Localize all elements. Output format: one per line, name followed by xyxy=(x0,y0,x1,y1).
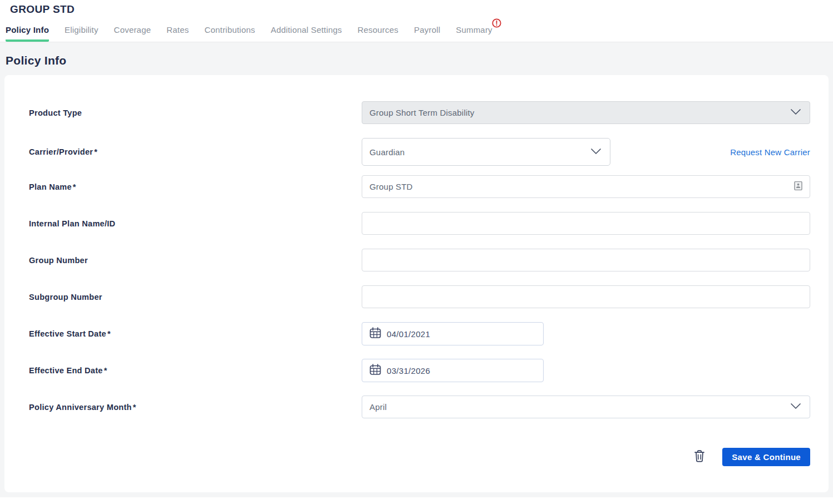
product-type-select: Group Short Term Disability xyxy=(362,101,810,124)
tab-additional-settings[interactable]: Additional Settings xyxy=(270,25,342,42)
carrier-row: Carrier/Provider* Guardian Request New C… xyxy=(29,138,810,166)
page-header: GROUP STD Policy Info Eligibility Covera… xyxy=(0,0,833,42)
plan-name-label: Plan Name* xyxy=(29,182,362,191)
content-area: Policy Info Product Type Group Short Ter… xyxy=(0,42,833,497)
tab-eligibility[interactable]: Eligibility xyxy=(65,25,98,42)
internal-plan-label: Internal Plan Name/ID xyxy=(29,219,362,228)
trash-icon xyxy=(694,450,705,465)
delete-button[interactable] xyxy=(694,450,705,465)
carrier-label: Carrier/Provider* xyxy=(29,147,362,156)
tab-policy-info[interactable]: Policy Info xyxy=(6,25,49,42)
tab-contributions[interactable]: Contributions xyxy=(204,25,255,42)
subgroup-number-label: Subgroup Number xyxy=(29,293,362,302)
plan-name-input[interactable] xyxy=(362,175,810,198)
anniversary-month-row: Policy Anniversary Month* April xyxy=(29,396,810,418)
alert-circle-icon xyxy=(492,18,501,28)
end-date-input[interactable]: 03/31/2026 xyxy=(362,359,544,382)
carrier-select[interactable]: Guardian xyxy=(362,138,610,166)
request-new-carrier-link[interactable]: Request New Carrier xyxy=(730,147,810,157)
tab-summary[interactable]: Summary xyxy=(456,25,492,42)
anniversary-month-select[interactable]: April xyxy=(362,396,810,418)
policy-info-card: Product Type Group Short Term Disability… xyxy=(4,75,829,492)
tab-rates[interactable]: Rates xyxy=(166,25,189,42)
subgroup-number-input[interactable] xyxy=(362,285,810,308)
card-footer: Save & Continue xyxy=(29,448,810,466)
chevron-down-icon xyxy=(790,402,802,412)
tab-coverage[interactable]: Coverage xyxy=(114,25,151,42)
autofill-contact-icon xyxy=(794,181,802,192)
save-continue-button[interactable]: Save & Continue xyxy=(722,448,810,466)
tab-bar: Policy Info Eligibility Coverage Rates C… xyxy=(0,25,833,42)
start-date-label: Effective Start Date* xyxy=(29,329,362,338)
calendar-icon xyxy=(369,327,382,341)
end-date-label: Effective End Date* xyxy=(29,366,362,375)
internal-plan-row: Internal Plan Name/ID xyxy=(29,212,810,235)
plan-name-row: Plan Name* xyxy=(29,175,810,198)
tab-resources[interactable]: Resources xyxy=(357,25,398,42)
page-title: GROUP STD xyxy=(0,3,833,16)
group-number-row: Group Number xyxy=(29,249,810,271)
internal-plan-input[interactable] xyxy=(362,212,810,235)
chevron-down-icon xyxy=(790,108,802,117)
chevron-down-icon xyxy=(590,147,602,157)
subgroup-number-row: Subgroup Number xyxy=(29,285,810,308)
group-number-label: Group Number xyxy=(29,256,362,265)
start-date-row: Effective Start Date* xyxy=(29,322,810,345)
anniversary-month-label: Policy Anniversary Month* xyxy=(29,403,362,412)
calendar-icon xyxy=(369,363,382,378)
group-number-input[interactable] xyxy=(362,249,810,271)
tab-payroll[interactable]: Payroll xyxy=(414,25,440,42)
start-date-input[interactable]: 04/01/2021 xyxy=(362,322,544,345)
section-title: Policy Info xyxy=(4,42,829,75)
end-date-row: Effective End Date* xyxy=(29,359,810,382)
product-type-label: Product Type xyxy=(29,108,362,117)
product-type-row: Product Type Group Short Term Disability xyxy=(29,101,810,124)
